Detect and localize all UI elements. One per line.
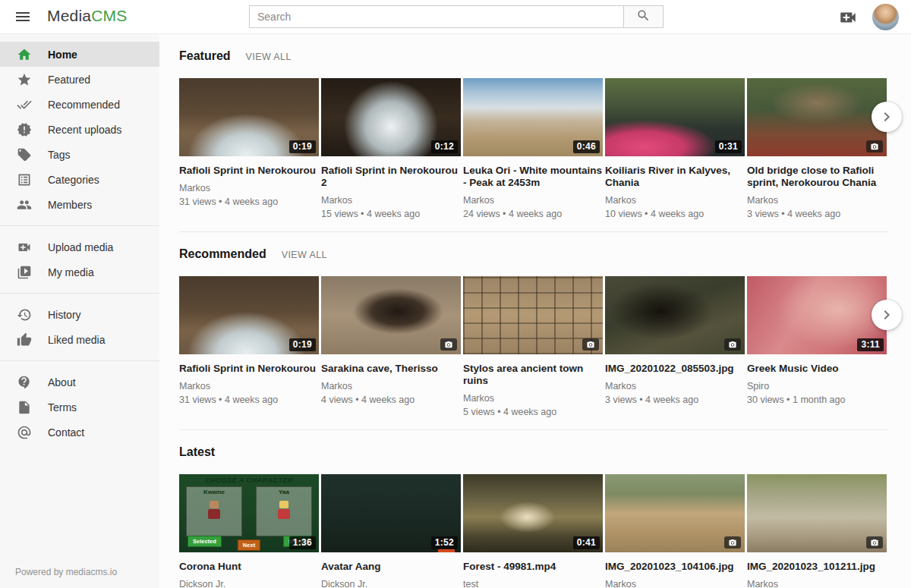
- media-card[interactable]: 3:11 Greek Music Video Spiro 30 views • …: [747, 276, 887, 417]
- media-title[interactable]: Greek Music Video: [747, 363, 887, 375]
- media-author[interactable]: Markos: [179, 183, 319, 193]
- media-title[interactable]: Koiliaris River in Kalyves, Chania: [605, 165, 745, 189]
- media-author[interactable]: Spiro: [747, 381, 887, 391]
- media-title[interactable]: Sarakina cave, Therisso: [321, 363, 461, 375]
- video-thumbnail[interactable]: 0:31: [605, 78, 745, 156]
- sidebar-item-label: About: [48, 376, 76, 388]
- media-title[interactable]: Rafioli Sprint in Nerokourou: [179, 165, 319, 177]
- video-thumbnail[interactable]: 0:46: [463, 78, 603, 156]
- media-author[interactable]: test: [463, 579, 603, 588]
- mediacms-logo[interactable]: MediaCMS: [47, 7, 127, 25]
- media-card[interactable]: 0:19 Rafioli Sprint in Nerokourou Markos…: [179, 276, 319, 417]
- media-row: 0:19 Rafioli Sprint in Nerokourou Markos…: [179, 276, 888, 417]
- history-icon: [17, 307, 32, 322]
- view-all-link[interactable]: VIEW ALL: [246, 52, 292, 62]
- sidebar-divider: [0, 360, 159, 361]
- search-button[interactable]: [623, 5, 664, 28]
- media-title[interactable]: Stylos area ancient town ruins: [463, 363, 603, 387]
- video-thumbnail[interactable]: 0:12: [321, 78, 461, 156]
- search-input[interactable]: [249, 5, 624, 28]
- media-card[interactable]: 0:19 Rafioli Sprint in Nerokourou Markos…: [179, 78, 319, 219]
- sidebar-item-terms[interactable]: Terms: [0, 395, 159, 420]
- carousel-next-button[interactable]: [872, 102, 902, 132]
- media-author[interactable]: Markos: [463, 195, 603, 206]
- sidebar-item-contact[interactable]: Contact: [0, 420, 159, 445]
- sidebar-item-liked-media[interactable]: Liked media: [0, 327, 159, 352]
- media-title[interactable]: Rafioli Sprint in Nerokourou: [179, 363, 319, 375]
- sidebar-item-recommended[interactable]: Recommended: [0, 92, 159, 117]
- media-meta: 10 views • 4 weeks ago: [605, 209, 745, 219]
- media-card[interactable]: IMG_20201023_101211.jpg Markos 4 views •…: [747, 474, 887, 588]
- media-title[interactable]: Corona Hunt: [179, 561, 319, 573]
- view-all-link[interactable]: VIEW ALL: [282, 250, 327, 260]
- sidebar-item-label: Contact: [48, 426, 84, 439]
- sidebar-item-home[interactable]: Home: [0, 42, 159, 67]
- media-card[interactable]: 0:46 Leuka Ori - White mountains - Peak …: [463, 78, 603, 219]
- photo-badge: [866, 536, 883, 549]
- media-title[interactable]: Rafioli Sprint in Nerokourou 2: [321, 165, 461, 189]
- hamburger-menu-icon[interactable]: [14, 8, 32, 26]
- at-email-icon: [17, 425, 32, 440]
- photo-thumbnail[interactable]: [605, 474, 745, 552]
- photo-thumbnail[interactable]: [605, 276, 745, 354]
- media-author[interactable]: Markos: [321, 381, 461, 391]
- user-avatar[interactable]: [872, 4, 899, 30]
- media-card[interactable]: IMG_20201022_085503.jpg Markos 3 views •…: [605, 276, 745, 417]
- photo-thumbnail[interactable]: [321, 276, 461, 354]
- media-card[interactable]: IMG_20201023_104106.jpg Markos 4 views •…: [605, 474, 745, 588]
- video-thumbnail[interactable]: CHOOSE A CHARACTER Kwame Yaa Selected Ne…: [179, 474, 319, 552]
- media-title[interactable]: Avatar Aang: [321, 561, 461, 573]
- media-author[interactable]: Dickson Jr.: [321, 579, 461, 588]
- photo-thumbnail[interactable]: [463, 276, 603, 354]
- media-card[interactable]: Sarakina cave, Therisso Markos 4 views •…: [321, 276, 461, 417]
- chevron-right-icon: [878, 306, 896, 324]
- photo-thumbnail[interactable]: [747, 78, 887, 156]
- sidebar-item-about[interactable]: About: [0, 369, 159, 395]
- sidebar-item-upload-media[interactable]: Upload media: [0, 234, 159, 259]
- sidebar-item-recent-uploads[interactable]: Recent uploads: [0, 117, 159, 142]
- video-thumbnail[interactable]: 1:52: [321, 474, 461, 552]
- media-title[interactable]: IMG_20201023_104106.jpg: [605, 561, 745, 573]
- media-title[interactable]: IMG_20201022_085503.jpg: [605, 363, 745, 375]
- upload-media-icon[interactable]: [838, 8, 858, 27]
- sidebar-item-featured[interactable]: Featured: [0, 67, 159, 92]
- sidebar-item-members[interactable]: Members: [0, 192, 159, 217]
- top-header: MediaCMS: [0, 0, 911, 34]
- media-card[interactable]: 1:52 Avatar Aang Dickson Jr. 12 views • …: [321, 474, 461, 588]
- media-card[interactable]: CHOOSE A CHARACTER Kwame Yaa Selected Ne…: [179, 474, 319, 588]
- media-card[interactable]: Old bridge close to Rafioli sprint, Nero…: [747, 78, 887, 219]
- sidebar-item-history[interactable]: History: [0, 302, 159, 327]
- media-title[interactable]: Old bridge close to Rafioli sprint, Nero…: [747, 165, 887, 189]
- media-author[interactable]: Markos: [605, 381, 745, 391]
- double-check-icon: [17, 97, 32, 112]
- media-card[interactable]: 0:41 Forest - 49981.mp4 test 17 views • …: [463, 474, 603, 588]
- sidebar-item-my-media[interactable]: My media: [0, 259, 159, 285]
- media-author[interactable]: Markos: [605, 579, 745, 588]
- media-title[interactable]: Leuka Ori - White mountains - Peak at 24…: [463, 165, 603, 189]
- media-card[interactable]: 0:12 Rafioli Sprint in Nerokourou 2 Mark…: [321, 78, 461, 219]
- media-author[interactable]: Dickson Jr.: [179, 579, 319, 588]
- media-author[interactable]: Markos: [321, 195, 461, 206]
- photo-thumbnail[interactable]: [747, 474, 887, 552]
- carousel-next-button[interactable]: [872, 300, 902, 330]
- video-thumbnail[interactable]: 0:41: [463, 474, 603, 552]
- duration-badge: 0:19: [289, 338, 316, 351]
- search-bar: [249, 5, 664, 28]
- media-title[interactable]: Forest - 49981.mp4: [463, 561, 603, 573]
- media-author[interactable]: Markos: [747, 195, 887, 206]
- media-author[interactable]: Markos: [179, 381, 319, 391]
- media-card[interactable]: Stylos area ancient town ruins Markos 5 …: [463, 276, 603, 417]
- sidebar-item-categories[interactable]: Categories: [0, 167, 159, 192]
- video-call-icon: [17, 240, 32, 255]
- media-row: 0:19 Rafioli Sprint in Nerokourou Markos…: [179, 78, 888, 219]
- media-author[interactable]: Markos: [747, 579, 887, 588]
- media-title[interactable]: IMG_20201023_101211.jpg: [747, 561, 887, 573]
- media-author[interactable]: Markos: [463, 393, 603, 404]
- media-card[interactable]: 0:31 Koiliaris River in Kalyves, Chania …: [605, 78, 745, 219]
- media-author[interactable]: Markos: [605, 195, 745, 206]
- sidebar-item-tags[interactable]: Tags: [0, 142, 159, 167]
- video-thumbnail[interactable]: 3:11: [747, 276, 887, 354]
- video-thumbnail[interactable]: 0:19: [179, 276, 319, 354]
- camera-icon: [728, 539, 737, 547]
- video-thumbnail[interactable]: 0:19: [179, 78, 319, 156]
